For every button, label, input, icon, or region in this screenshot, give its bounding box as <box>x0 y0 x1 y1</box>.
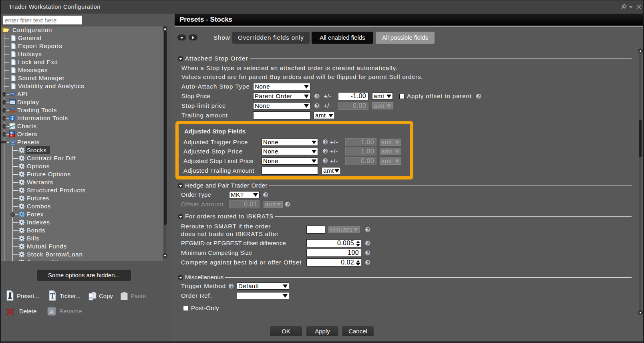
svg-text:A: A <box>50 308 54 315</box>
svg-text:T: T <box>50 292 55 300</box>
